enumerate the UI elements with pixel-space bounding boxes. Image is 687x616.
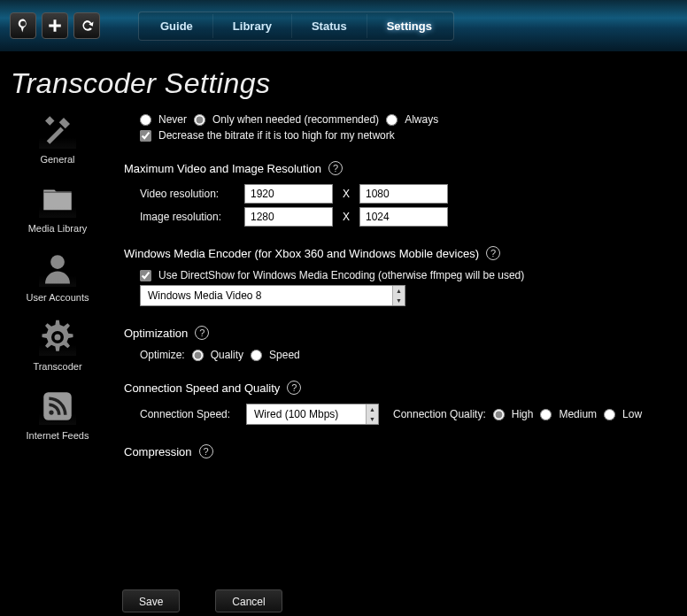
sidebar-item-label: General: [40, 154, 74, 165]
svg-point-0: [50, 255, 65, 269]
sidebar: General Media Library User Accounts Tran…: [0, 110, 115, 616]
wme-codec-select[interactable]: Windows Media Video 8 ▲▼: [140, 285, 405, 306]
connection-speed-value: Wired (100 Mbps): [247, 408, 366, 420]
sidebar-item-general[interactable]: General: [9, 112, 106, 165]
sidebar-item-label: User Accounts: [27, 292, 89, 303]
save-button[interactable]: Save: [122, 589, 180, 612]
section-compression-label: Compression: [124, 445, 192, 458]
transcode-never-label: Never: [158, 113, 187, 126]
transcode-always-label: Always: [405, 113, 438, 126]
spinner-icon[interactable]: ▲▼: [366, 404, 378, 424]
resolution-separator: X: [340, 211, 352, 223]
quality-high-radio[interactable]: [493, 409, 505, 420]
refresh-icon: [79, 18, 95, 34]
video-width-input[interactable]: [244, 184, 333, 204]
svg-point-2: [49, 410, 53, 414]
settings-panel: Never Only when needed (recommended) Alw…: [115, 110, 687, 616]
svg-rect-1: [43, 392, 72, 420]
section-connection: Connection Speed and Quality ?: [124, 381, 671, 395]
folder-icon: [39, 181, 76, 218]
quality-medium-label: Medium: [559, 408, 597, 420]
resolution-separator: X: [340, 188, 352, 200]
refresh-button[interactable]: [73, 12, 100, 39]
image-height-input[interactable]: [359, 207, 448, 227]
optimize-quality-radio[interactable]: [192, 350, 204, 361]
wme-codec-value: Windows Media Video 8: [141, 289, 392, 302]
connection-speed-label: Connection Speed:: [140, 408, 239, 420]
sidebar-item-media-library[interactable]: Media Library: [9, 181, 106, 234]
connection-quality-label: Connection Quality:: [393, 408, 486, 420]
user-icon: [39, 250, 76, 287]
section-optimization: Optimization ?: [124, 326, 671, 340]
transcode-when-needed-label: Only when needed (recommended): [212, 113, 379, 126]
help-icon[interactable]: ?: [486, 246, 500, 260]
tools-icon: [39, 112, 76, 149]
gear-icon: [39, 319, 76, 356]
tab-library[interactable]: Library: [213, 14, 292, 38]
section-compression: Compression ?: [124, 444, 671, 458]
optimize-speed-label: Speed: [269, 349, 300, 361]
cancel-button[interactable]: Cancel: [215, 589, 282, 612]
help-icon[interactable]: ?: [199, 444, 213, 458]
decrease-bitrate-label: Decrease the bitrate if it is too high f…: [158, 129, 395, 142]
sidebar-item-internet-feeds[interactable]: Internet Feeds: [9, 388, 106, 441]
top-bar: Guide Library Status Settings: [0, 0, 687, 51]
transcode-when-needed-radio[interactable]: [194, 114, 205, 126]
section-optimization-label: Optimization: [124, 327, 188, 340]
video-resolution-label: Video resolution:: [140, 188, 237, 200]
sidebar-item-user-accounts[interactable]: User Accounts: [9, 250, 106, 303]
quality-low-label: Low: [622, 408, 642, 420]
video-height-input[interactable]: [359, 184, 448, 204]
section-wme: Windows Media Encoder (for Xbox 360 and …: [124, 246, 671, 260]
optimize-quality-label: Quality: [211, 349, 243, 361]
tab-guide[interactable]: Guide: [141, 14, 213, 38]
section-connection-label: Connection Speed and Quality: [124, 381, 280, 395]
connection-speed-select[interactable]: Wired (100 Mbps) ▲▼: [246, 404, 379, 425]
optimize-speed-radio[interactable]: [251, 350, 262, 361]
image-width-input[interactable]: [244, 207, 333, 227]
logo-icon: [15, 18, 31, 34]
rss-icon: [39, 388, 76, 425]
section-wme-label: Windows Media Encoder (for Xbox 360 and …: [124, 247, 479, 260]
decrease-bitrate-checkbox[interactable]: [140, 130, 151, 142]
logo-button[interactable]: [10, 12, 36, 39]
optimize-label: Optimize:: [140, 349, 185, 361]
add-button[interactable]: [42, 12, 68, 39]
plus-icon: [47, 18, 63, 34]
quality-high-label: High: [512, 408, 534, 420]
directshow-label: Use DirectShow for Windows Media Encodin…: [158, 269, 524, 281]
sidebar-item-label: Transcoder: [33, 361, 81, 372]
directshow-checkbox[interactable]: [140, 270, 151, 281]
transcode-never-radio[interactable]: [140, 114, 151, 126]
transcode-always-radio[interactable]: [386, 114, 398, 126]
tab-settings[interactable]: Settings: [367, 14, 452, 38]
quality-low-radio[interactable]: [604, 409, 615, 420]
quality-medium-radio[interactable]: [540, 409, 552, 420]
section-resolution-label: Maximum Video and Image Resolution: [124, 162, 321, 175]
help-icon[interactable]: ?: [287, 381, 301, 395]
image-resolution-label: Image resolution:: [140, 211, 237, 223]
sidebar-item-transcoder[interactable]: Transcoder: [9, 319, 106, 372]
tab-status[interactable]: Status: [292, 14, 367, 38]
spinner-icon[interactable]: ▲▼: [392, 286, 405, 305]
footer-buttons: Save Cancel: [122, 589, 282, 612]
help-icon[interactable]: ?: [195, 326, 209, 340]
sidebar-item-label: Internet Feeds: [27, 430, 89, 441]
nav-tabs: Guide Library Status Settings: [138, 12, 454, 41]
help-icon[interactable]: ?: [328, 161, 343, 175]
sidebar-item-label: Media Library: [28, 223, 88, 234]
section-resolution: Maximum Video and Image Resolution ?: [124, 161, 671, 175]
